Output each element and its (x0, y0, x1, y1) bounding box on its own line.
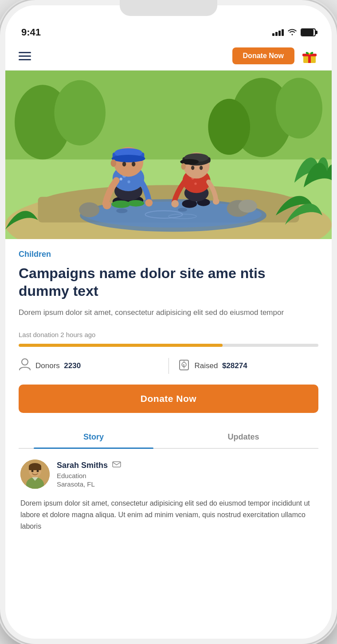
author-name: Sarah Smiths (57, 461, 108, 470)
donors-text: Donors 2230 (35, 361, 81, 370)
donors-icon (19, 357, 31, 374)
svg-point-39 (111, 160, 117, 167)
author-location: Sarasota, FL (57, 480, 317, 488)
svg-point-61 (22, 359, 28, 365)
svg-point-52 (191, 166, 194, 170)
svg-point-59 (116, 208, 127, 213)
raised-label: Raised (195, 361, 218, 370)
hamburger-line-2 (19, 55, 31, 57)
battery-icon (301, 28, 316, 36)
svg-point-56 (145, 199, 153, 207)
phone-frame: 9:41 (0, 0, 337, 644)
stat-divider (168, 358, 169, 374)
battery-fill (302, 29, 313, 35)
phone-screen: 9:41 (5, 5, 332, 639)
status-bar: 9:41 (5, 5, 332, 42)
signal-bar-3 (278, 31, 281, 36)
svg-point-20 (239, 200, 257, 212)
svg-point-38 (132, 162, 135, 167)
gift-icon[interactable] (301, 47, 318, 65)
status-time: 9:41 (21, 27, 41, 38)
signal-bar-2 (275, 32, 278, 36)
author-role: Education (57, 472, 317, 479)
hamburger-line-3 (19, 59, 31, 60)
author-info: Sarah Smiths Education Sarasota, FL (57, 461, 317, 488)
app-header: Donate Now (5, 42, 332, 71)
svg-point-25 (127, 200, 144, 207)
svg-point-24 (112, 200, 130, 208)
svg-point-46 (194, 183, 196, 185)
campaign-description: Dorem ipsum dolor sit amet, consectetur … (19, 307, 318, 318)
svg-point-53 (200, 166, 203, 170)
svg-point-36 (112, 155, 145, 162)
wifi-icon (287, 27, 297, 38)
donors-label: Donors (35, 361, 60, 370)
author-avatar (20, 459, 50, 489)
donors-stat: Donors 2230 (19, 357, 160, 374)
signal-bars (272, 29, 284, 36)
progress-bar-container (19, 344, 318, 347)
tab-updates[interactable]: Updates (168, 426, 318, 448)
svg-rect-2 (308, 54, 311, 63)
signal-bar-1 (272, 33, 274, 36)
svg-point-60 (178, 208, 187, 212)
svg-point-70 (31, 470, 34, 472)
svg-point-10 (208, 99, 250, 155)
stats-row: Donors 2230 $ (19, 357, 318, 374)
svg-point-7 (54, 80, 106, 145)
tab-updates-label: Updates (227, 432, 259, 441)
svg-rect-68 (29, 467, 41, 470)
campaign-category: Children (19, 250, 318, 259)
hamburger-menu-icon[interactable] (19, 52, 31, 60)
svg-text:$: $ (183, 363, 185, 367)
donors-count: 2230 (64, 361, 81, 370)
author-section: Sarah Smiths Education Sarasota, FL (19, 459, 318, 489)
svg-rect-72 (113, 462, 121, 467)
svg-point-30 (127, 181, 130, 183)
campaign-title: Campaigns name dolor site ame ntis dummy… (19, 264, 318, 300)
svg-point-55 (103, 201, 111, 209)
status-icons (272, 27, 316, 38)
donate-now-button[interactable]: Donate Now (19, 385, 318, 413)
last-donation-text: Last donation 2 hours ago (19, 331, 318, 338)
svg-point-57 (171, 200, 179, 208)
raised-text: Raised $28274 (195, 361, 247, 370)
svg-point-54 (181, 163, 186, 170)
hamburger-line-1 (19, 52, 31, 53)
tab-story[interactable]: Story (19, 426, 168, 448)
svg-point-37 (122, 162, 126, 167)
email-icon (112, 461, 121, 469)
progress-bar-fill (19, 344, 223, 347)
tabs-container: Story Updates (19, 426, 318, 449)
svg-point-21 (79, 202, 99, 217)
signal-bar-4 (282, 29, 284, 36)
raised-stat: $ Raised $28274 (178, 357, 319, 374)
svg-point-71 (37, 470, 39, 472)
svg-point-9 (276, 78, 322, 139)
raised-icon: $ (178, 357, 190, 374)
tab-story-label: Story (83, 432, 104, 441)
svg-point-3 (309, 53, 310, 55)
svg-point-31 (120, 178, 122, 181)
header-right: Donate Now (232, 47, 318, 65)
campaign-body: Children Campaigns name dolor site ame n… (5, 239, 332, 542)
author-name-row: Sarah Smiths (57, 461, 317, 470)
svg-point-58 (213, 198, 219, 205)
hero-image (5, 71, 332, 239)
header-donate-button[interactable]: Donate Now (232, 47, 294, 64)
scroll-content[interactable]: Children Campaigns name dolor site ame n… (5, 71, 332, 639)
raised-amount: $28274 (222, 361, 247, 370)
story-text: Dorem ipsum dolor sit amet, consectetur … (19, 498, 318, 532)
